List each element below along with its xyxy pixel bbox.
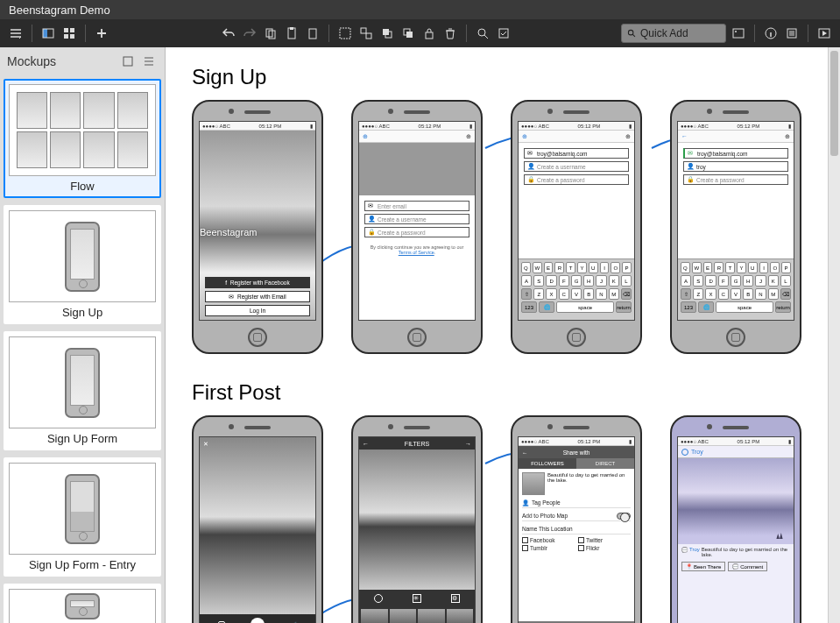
share-thumbnail <box>522 472 545 495</box>
settings-icon[interactable]: ⚙ <box>451 594 460 603</box>
redo-icon[interactable] <box>241 25 258 42</box>
tab-direct[interactable]: DIRECT <box>576 458 634 469</box>
mockup-item-signup[interactable]: Sign Up <box>4 205 161 324</box>
back-icon[interactable]: ⊕ <box>363 133 368 140</box>
group-icon[interactable] <box>336 25 354 42</box>
grid-view-icon[interactable] <box>60 25 78 42</box>
paste-icon[interactable] <box>283 25 300 42</box>
clipboard-icon[interactable] <box>304 25 321 42</box>
copy-icon[interactable] <box>262 25 279 42</box>
phone-feed[interactable]: ●●●●○ ABC05:12 PM▮ Troy 💬 Troy Beautiful… <box>670 415 801 623</box>
mockup-item-partial[interactable] <box>4 584 161 623</box>
keyboard[interactable]: QWERTYUIOP ASDFGHJKL ⇧ZXCVBNM⌫ 123🌐space… <box>678 258 794 320</box>
name-location[interactable]: Name This Location <box>522 524 631 535</box>
bring-front-icon[interactable] <box>378 25 396 42</box>
keyboard[interactable]: QWERTYUIOP ASDFGHJKL ⇧ZXCVBNM⌫ 123🌐space… <box>519 258 634 320</box>
caption-text[interactable]: Beautiful to day to get married on the l… <box>547 472 631 495</box>
register-fb-button[interactable]: f Register with Facebook <box>205 277 310 288</box>
register-email-button[interactable]: ✉ Register with Email <box>205 291 310 302</box>
mockup-item-signup-form-entry[interactable]: Sign Up Form - Entry <box>4 457 161 577</box>
panel-left-icon[interactable] <box>39 25 57 42</box>
trash-icon[interactable] <box>441 25 459 42</box>
zoom-icon[interactable] <box>474 25 491 42</box>
filter-list[interactable]: NORMALESPRESSOMACHIATOLATTE <box>359 607 475 623</box>
back-icon[interactable]: ← <box>522 450 528 456</box>
tag-people[interactable]: 👤Tag People <box>522 498 631 508</box>
present-icon[interactable] <box>815 25 833 42</box>
avatar-icon[interactable] <box>681 449 688 456</box>
kb-row-2: ASDFGHJKL <box>521 275 632 287</box>
comment-button[interactable]: 💬Comment <box>728 562 767 571</box>
ungroup-icon[interactable] <box>357 25 375 42</box>
username-field[interactable]: 👤troy <box>683 161 788 172</box>
photo-map-toggle[interactable]: Add to Photo Map <box>522 511 631 521</box>
kb-row-1b: QWERTYUIOP <box>681 262 791 273</box>
markup-icon[interactable] <box>495 25 512 42</box>
mockup-item-flow[interactable]: Flow <box>4 79 161 198</box>
kb-row-3b: ⇧ZXCVBNM⌫ <box>681 288 791 300</box>
mockups-list: Flow Sign Up Sign Up Form Sign Up Form -… <box>0 75 165 623</box>
password-field[interactable]: 🔒Create a password <box>364 227 469 237</box>
svg-rect-27 <box>124 57 132 66</box>
title-bar: Beenstagram Demo <box>0 0 840 19</box>
svg-rect-10 <box>309 29 316 39</box>
phone-filters[interactable]: ←FILTERS→ ✳ ⚙ NORMALESPRESSOMACHIATOLATT… <box>351 415 483 623</box>
phone-signup-entry-2[interactable]: ●●●●○ ABC05:12 PM▮ ←⊕ ✉troy@balsamiq.com… <box>670 100 801 354</box>
svg-rect-3 <box>70 28 74 32</box>
sidebar-title: Mockups <box>7 54 56 68</box>
next-icon[interactable]: → <box>465 441 471 447</box>
feed-caption: 💬 Troy Beautiful to day to get married o… <box>678 544 794 560</box>
feed-username[interactable]: Troy <box>691 449 703 455</box>
brightness-icon[interactable]: ✳ <box>413 594 421 603</box>
forward-icon[interactable]: ⊕ <box>466 133 471 140</box>
home-button[interactable] <box>407 328 427 347</box>
been-there-button[interactable]: 📍Been There <box>681 562 725 571</box>
username-field[interactable]: 👤Create a username <box>364 214 469 224</box>
undo-icon[interactable] <box>220 25 237 42</box>
add-icon[interactable] <box>93 25 110 42</box>
home-button[interactable] <box>248 328 267 347</box>
sidebar-view-icon[interactable] <box>119 53 137 70</box>
send-back-icon[interactable] <box>399 25 417 42</box>
svg-rect-12 <box>361 28 366 33</box>
kb-row-1: QWERTYUIOP <box>521 262 632 273</box>
password-field[interactable]: 🔒Create a password <box>683 174 788 185</box>
lock-icon[interactable] <box>420 25 438 42</box>
firstpost-row: ✕ 📹 ←FILTERS→ <box>192 415 801 623</box>
email-field[interactable]: ✉troy@balsamiq.com <box>683 148 788 159</box>
home-button[interactable] <box>726 328 745 347</box>
email-field[interactable]: ✉Enter email <box>364 201 469 211</box>
quick-add-input[interactable]: Quick Add <box>621 24 726 43</box>
home-button[interactable] <box>567 328 586 347</box>
login-button[interactable]: Log In <box>205 305 310 316</box>
phone-signup-entry-1[interactable]: ●●●●○ ABC05:12 PM▮ ⊕⊕ ✉troy@balsamiq.com… <box>511 100 642 354</box>
menu-icon[interactable] <box>7 25 25 42</box>
svg-rect-5 <box>70 34 74 39</box>
phone-camera[interactable]: ✕ 📹 <box>192 415 323 623</box>
svg-rect-4 <box>64 34 68 39</box>
back-icon[interactable]: ← <box>363 441 369 447</box>
feed-image[interactable] <box>678 458 794 544</box>
vertical-scrollbar[interactable] <box>828 47 840 623</box>
phone-share[interactable]: ●●●●○ ABC05:12 PM▮ ←Share with FOLLOWERS… <box>511 415 642 623</box>
sidebar-list-icon[interactable] <box>140 53 158 70</box>
adjust-icon[interactable] <box>374 594 383 603</box>
info-icon[interactable] <box>762 25 780 42</box>
shutter-button[interactable] <box>251 618 265 623</box>
svg-rect-22 <box>733 29 744 38</box>
password-field[interactable]: 🔒Create a password <box>524 174 629 185</box>
username-field[interactable]: 👤Create a username <box>524 161 629 172</box>
tab-followers[interactable]: FOLLOWERS <box>519 458 576 469</box>
main-toolbar: Quick Add <box>0 19 840 47</box>
phone-signup-form[interactable]: ●●●●○ ABC05:12 PM▮ ⊕⊕ ✉Enter email 👤Crea… <box>351 100 483 354</box>
properties-icon[interactable] <box>783 25 801 42</box>
phone-landing[interactable]: ●●●●○ ABC05:12 PM▮ Beenstagram f Registe… <box>192 100 323 354</box>
comment-icon: 💬 <box>681 547 688 557</box>
kb-row-2b: ASDFGHJKL <box>681 275 791 287</box>
close-icon[interactable]: ✕ <box>203 441 212 450</box>
canvas[interactable]: Sign Up ●●●●○ ABC05:12 PM▮ Beenstagram f… <box>166 47 828 623</box>
mockup-item-signup-form[interactable]: Sign Up Form <box>4 331 161 450</box>
svg-rect-18 <box>426 32 433 39</box>
email-field[interactable]: ✉troy@balsamiq.com <box>524 148 629 159</box>
library-icon[interactable] <box>730 25 747 42</box>
